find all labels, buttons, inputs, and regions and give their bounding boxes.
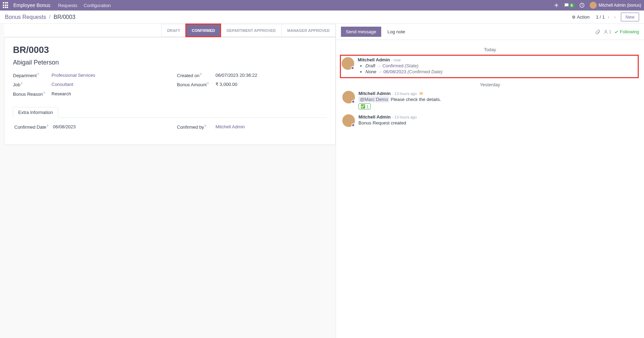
help-icon[interactable]: ? xyxy=(47,124,48,128)
messaging-icon[interactable]: 6 xyxy=(564,2,574,8)
followers-count[interactable]: 1 xyxy=(603,29,611,34)
nav-requests[interactable]: Requests xyxy=(58,3,77,8)
label-amount: Bonus Amount xyxy=(177,82,207,88)
day-today: Today xyxy=(342,47,638,52)
value-job[interactable]: Consultant xyxy=(52,82,73,87)
new-button[interactable]: New xyxy=(621,13,639,21)
field-label: (State) xyxy=(405,63,418,68)
chatter: Send message Log note 1 Following Today xyxy=(336,24,644,338)
msg-author[interactable]: Mitchell Admin xyxy=(358,57,390,62)
status-manager-approved[interactable]: MANAGER APPROVED xyxy=(281,24,336,37)
msg-time: - now xyxy=(391,58,401,62)
label-department: Department xyxy=(13,73,37,78)
nav-configuration[interactable]: Configuration xyxy=(84,3,111,8)
msg-time: - 13 hours ago xyxy=(392,115,417,119)
mention[interactable]: @Marc Demo xyxy=(358,96,389,102)
old-state: Draft xyxy=(365,63,375,68)
avatar-icon xyxy=(342,57,354,70)
day-yesterday: Yesterday xyxy=(342,82,638,87)
msg-text: Bonus Request created xyxy=(358,120,406,126)
help-icon[interactable]: ? xyxy=(207,82,209,85)
pager: 1 / 1 ‹ › xyxy=(596,14,617,20)
username-label: Mitchell Admin (bonus) xyxy=(599,3,641,8)
log-note-button[interactable]: Log note xyxy=(384,27,409,37)
avatar-icon xyxy=(590,2,597,9)
avatar-icon xyxy=(342,114,355,127)
new-state: Confirmed xyxy=(382,63,403,68)
msg-text: Please check the details. xyxy=(391,97,441,102)
action-label: Action xyxy=(577,14,590,20)
label-job: Job xyxy=(13,82,20,88)
form-sheet: BR/0003 Abigail Peterson Department? Pro… xyxy=(4,37,336,145)
value-amount: ₹ 3,000.00 xyxy=(215,82,237,87)
pager-prev[interactable]: ‹ xyxy=(606,14,611,20)
help-icon[interactable]: ? xyxy=(204,124,206,128)
topbar: Employee Bonus Requests Configuration 6 … xyxy=(0,0,644,11)
msg-author[interactable]: Mitchell Admin xyxy=(358,91,391,96)
subheader: Bonus Requests / BR/0003 ⚙ Action 1 / 1 … xyxy=(0,11,644,24)
label-confirmed-date: Confirmed Date xyxy=(14,124,46,130)
activities-icon[interactable] xyxy=(579,2,585,8)
help-icon[interactable]: ? xyxy=(43,91,45,95)
message-created: Mitchell Admin - 13 hours ago Bonus Requ… xyxy=(342,114,638,127)
gear-icon: ⚙ xyxy=(572,15,576,20)
message-mention: Mitchell Admin - 13 hours ago ✉ @Marc De… xyxy=(342,91,638,109)
pager-text: 1 / 1 xyxy=(596,14,605,20)
help-icon[interactable]: ? xyxy=(37,73,39,76)
field-label: (Confirmed Date) xyxy=(407,69,443,74)
label-confirmed-by: Confirmed by xyxy=(177,124,204,130)
svg-line-4 xyxy=(557,5,558,5)
new-confirmed-date: 06/08/2023 xyxy=(383,69,406,74)
svg-point-0 xyxy=(556,5,557,6)
send-message-button[interactable]: Send message xyxy=(341,27,381,37)
message-state-change: Mitchell Admin - now Draft → Confirmed (… xyxy=(341,56,638,77)
following-button[interactable]: Following xyxy=(614,29,639,34)
help-icon[interactable]: ? xyxy=(200,73,201,76)
employee-name: Abigail Peterson xyxy=(13,59,327,66)
debug-icon[interactable] xyxy=(554,3,559,8)
value-reason: Research xyxy=(52,91,71,97)
label-created: Created on xyxy=(177,73,199,78)
pager-next[interactable]: › xyxy=(612,14,617,20)
value-confirmed-by[interactable]: Mitchell Admin xyxy=(215,124,245,130)
svg-line-5 xyxy=(555,6,555,6)
tab-extra-information[interactable]: Extra Information xyxy=(13,107,58,118)
breadcrumb-root[interactable]: Bonus Requests xyxy=(5,14,46,20)
value-created: 06/07/2023 20:36:22 xyxy=(215,73,257,78)
status-confirmed[interactable]: CONFIRMED xyxy=(186,24,221,37)
attachment-icon[interactable] xyxy=(595,29,601,35)
value-department[interactable]: Professional Services xyxy=(52,73,95,78)
svg-point-8 xyxy=(605,30,607,32)
msg-time: - 13 hours ago xyxy=(392,92,417,96)
breadcrumb: Bonus Requests / BR/0003 xyxy=(5,14,75,20)
breadcrumb-current: BR/0003 xyxy=(54,14,75,20)
avatar-icon xyxy=(342,91,355,103)
label-reason: Bonus Reason xyxy=(13,92,43,97)
action-menu[interactable]: ⚙ Action xyxy=(572,14,590,20)
apps-menu-icon[interactable] xyxy=(3,2,9,8)
msg-author[interactable]: Mitchell Admin xyxy=(358,114,391,120)
messaging-badge: 6 xyxy=(569,4,574,7)
status-dept-approved[interactable]: DEPARTMENT APPROVED xyxy=(221,24,281,37)
svg-line-6 xyxy=(557,6,558,6)
help-icon[interactable]: ? xyxy=(21,82,22,85)
statusbar: DRAFT CONFIRMED DEPARTMENT APPROVED MANA… xyxy=(4,24,336,37)
user-menu[interactable]: Mitchell Admin (bonus) xyxy=(590,2,641,9)
status-draft[interactable]: DRAFT xyxy=(161,24,186,37)
app-brand: Employee Bonus xyxy=(13,2,50,8)
value-confirmed-date: 06/08/2023 xyxy=(53,124,76,130)
reaction-check[interactable]: ✅ 1 xyxy=(358,103,371,109)
svg-line-3 xyxy=(555,5,555,5)
record-title: BR/0003 xyxy=(13,45,327,55)
email-icon[interactable]: ✉ xyxy=(419,91,423,96)
old-confirmed-date: None xyxy=(365,69,376,74)
